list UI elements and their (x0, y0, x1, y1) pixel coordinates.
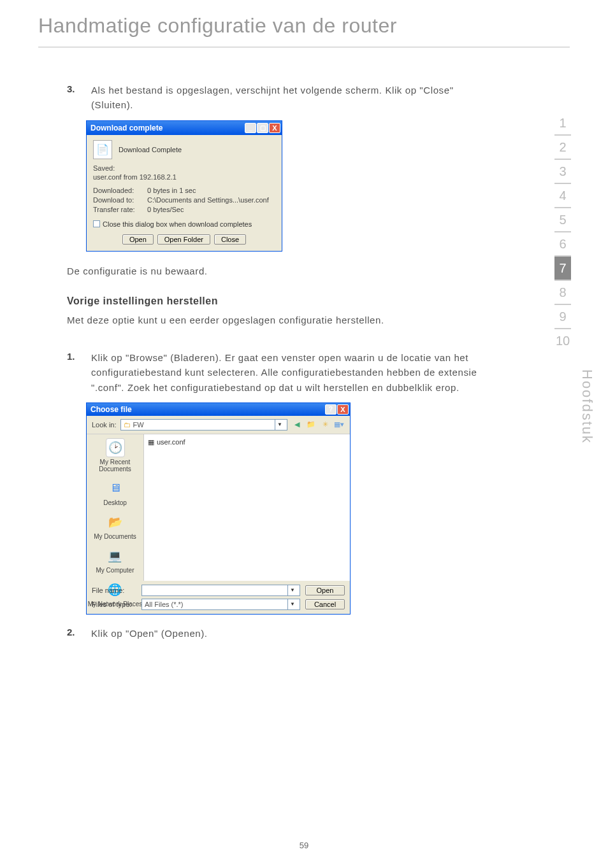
open-button[interactable]: Open (122, 234, 154, 245)
place-desktop[interactable]: 🖥Desktop (103, 479, 127, 506)
tab-1[interactable]: 1 (554, 111, 571, 134)
step-2: 2. Klik op "Open" (Openen). (67, 626, 491, 641)
page-number: 59 (0, 841, 608, 850)
download-complete-dialog: Download complete _ ▢ X 📄 Download Compl… (86, 120, 282, 252)
checkbox-label: Close this dialog box when download comp… (103, 220, 252, 228)
filename-field[interactable]: ▼ (141, 585, 300, 596)
downloadto-label: Download to: (93, 196, 147, 205)
tab-6[interactable]: 6 (554, 232, 571, 255)
step-1: 1. Klik op "Browse" (Bladeren). Er gaat … (67, 350, 491, 395)
chevron-down-icon[interactable]: ▼ (287, 599, 297, 609)
place-mydocs[interactable]: 📂My Documents (94, 513, 136, 540)
tab-9[interactable]: 9 (554, 305, 571, 328)
tab-3[interactable]: 3 (554, 160, 571, 183)
up-icon[interactable]: 📁 (305, 419, 317, 430)
file-item[interactable]: ▦ user.conf (148, 438, 346, 446)
lookin-label: Look in: (92, 421, 117, 429)
place-recent[interactable]: 🕑My Recent Documents (87, 438, 143, 473)
filetype-select[interactable]: All Files (*.*)▼ (141, 599, 300, 610)
help-icon[interactable]: ? (325, 404, 337, 415)
tab-7[interactable]: 7 (554, 257, 571, 280)
chevron-down-icon[interactable]: ▼ (287, 585, 297, 595)
rate-value: 0 bytes/Sec (147, 205, 184, 215)
back-icon[interactable]: ◀ (291, 419, 303, 430)
tab-4[interactable]: 4 (554, 184, 571, 207)
page-title: Handmatige configuratie van de router (0, 0, 608, 46)
dialog-body: 📄 Download Complete Saved: user.conf fro… (87, 135, 282, 251)
side-label: Hoofdstuk (579, 369, 595, 444)
places-bar: 🕑My Recent Documents 🖥Desktop 📂My Docume… (87, 434, 144, 581)
file-pane[interactable]: ▦ user.conf (144, 434, 350, 581)
step-number: 2. (67, 626, 91, 641)
restore-heading: Vorige instellingen herstellen (67, 295, 491, 307)
saved-label: Saved: (93, 164, 275, 172)
maximize-icon[interactable]: ▢ (257, 123, 268, 133)
chevron-down-icon[interactable]: ▼ (275, 420, 284, 430)
open-file-button[interactable]: Open (305, 585, 345, 595)
close-icon[interactable]: X (269, 123, 280, 133)
cancel-button[interactable]: Cancel (305, 599, 345, 609)
step-number: 1. (67, 350, 91, 395)
place-mycomp[interactable]: 💻My Computer (96, 546, 134, 574)
folder-icon: 🗀 (124, 421, 131, 429)
rate-label: Transfer rate: (93, 205, 147, 215)
download-icon: 📄 (93, 140, 112, 159)
step-number: 3. (67, 83, 91, 113)
newfolder-icon[interactable]: ✳ (319, 419, 331, 430)
step-3: 3. Als het bestand is opgeslagen, versch… (67, 83, 491, 113)
dialog-titlebar: Download complete _ ▢ X (87, 121, 282, 135)
open-folder-button[interactable]: Open Folder (157, 234, 210, 245)
step-text: Klik op "Open" (Openen). (91, 626, 208, 641)
dialog-title-text: Download complete (90, 124, 163, 132)
close-button[interactable]: Close (214, 234, 246, 245)
header-divider (38, 46, 570, 48)
window-buttons: _ ▢ X (245, 123, 280, 133)
lookin-select[interactable]: 🗀 FW ▼ (120, 419, 287, 430)
lookin-value: FW (133, 421, 144, 429)
tab-8[interactable]: 8 (554, 281, 571, 304)
restore-intro: Met deze optie kunt u een eerder opgesla… (67, 313, 491, 328)
close-icon[interactable]: X (337, 404, 349, 415)
tab-10[interactable]: 10 (554, 329, 571, 352)
downloaded-label: Downloaded: (93, 186, 147, 196)
tab-5[interactable]: 5 (554, 208, 571, 231)
main-content: 3. Als het bestand is opgeslagen, versch… (0, 83, 491, 641)
tab-2[interactable]: 2 (554, 136, 571, 159)
side-tabs: 1 2 3 4 5 6 7 8 9 10 (554, 111, 571, 352)
views-icon[interactable]: ▦▾ (333, 419, 345, 430)
file-dialog-titlebar: Choose file ? X (87, 403, 350, 416)
filename-label: File name: (92, 587, 136, 594)
config-saved-text: De configuratie is nu bewaard. (67, 266, 491, 276)
step-text: Als het bestand is opgeslagen, verschijn… (91, 83, 491, 113)
filetype-label: Files of type: (92, 601, 136, 608)
choose-file-dialog: Choose file ? X Look in: 🗀 FW ▼ ◀ 📁 ✳ ▦▾… (86, 402, 351, 615)
file-name: user.conf (157, 438, 185, 446)
saved-value: user.conf from 192.168.2.1 (93, 173, 275, 181)
minimize-icon[interactable]: _ (245, 123, 256, 133)
download-heading: Download Complete (119, 146, 182, 153)
downloadto-value: C:\Documents and Settings...\user.conf (147, 196, 269, 205)
file-dialog-title: Choose file (90, 405, 132, 414)
file-icon: ▦ (148, 438, 154, 446)
downloaded-value: 0 bytes in 1 sec (147, 186, 196, 196)
close-dialog-checkbox[interactable] (93, 220, 100, 227)
step-text: Klik op "Browse" (Bladeren). Er gaat een… (91, 350, 491, 395)
